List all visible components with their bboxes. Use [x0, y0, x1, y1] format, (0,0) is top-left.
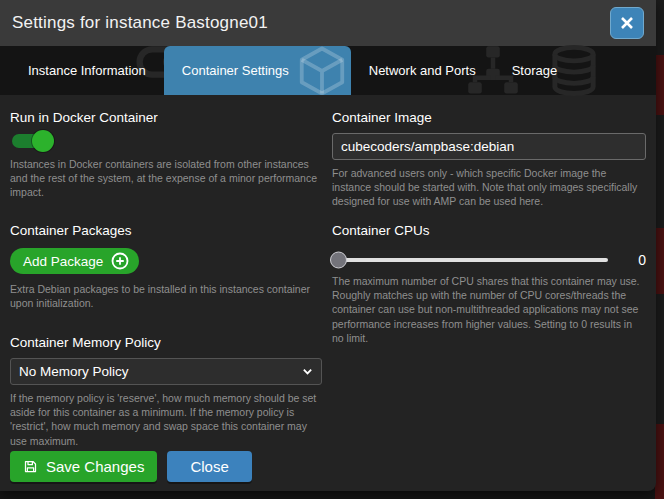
chevron-down-icon: [302, 366, 313, 377]
docker-toggle[interactable]: [12, 134, 50, 148]
field-memory-policy: Container Memory Policy No Memory Policy…: [10, 335, 322, 448]
tab-instance-information[interactable]: Instance Information: [10, 46, 164, 95]
field-description: Extra Debian packages to be installed in…: [10, 282, 322, 310]
backdrop-red-block: [655, 228, 664, 294]
cpu-slider[interactable]: [332, 258, 608, 262]
tab-container-settings[interactable]: Container Settings: [164, 46, 351, 95]
close-icon[interactable]: [610, 7, 644, 39]
field-label: Container Image: [332, 110, 646, 125]
close-button[interactable]: Close: [167, 451, 251, 482]
save-icon: [23, 459, 38, 474]
tab-label: Network and Ports: [369, 63, 476, 78]
empty-cell: [332, 335, 646, 448]
plus-circle-icon: [111, 252, 129, 270]
toggle-knob[interactable]: [32, 130, 54, 152]
field-label: Run in Docker Container: [10, 110, 322, 125]
backdrop-red-block: [655, 55, 664, 115]
field-description: Instances in Docker containers are isola…: [10, 157, 322, 200]
field-description: If the memory policy is 'reserve', how m…: [10, 391, 322, 448]
add-package-label: Add Package: [23, 254, 103, 269]
cpu-slider-value: 0: [612, 252, 646, 268]
tab-storage[interactable]: Storage: [494, 46, 576, 95]
field-label: Container Memory Policy: [10, 335, 322, 350]
cube-icon: [295, 46, 349, 95]
add-package-button[interactable]: Add Package: [10, 248, 139, 274]
tab-label: Instance Information: [28, 63, 146, 78]
tab-label: Container Settings: [182, 63, 289, 78]
backdrop-red-block: [655, 424, 664, 499]
dialog-title: Settings for instance Bastogne01: [12, 13, 610, 33]
dialog-footer: Save Changes Close: [10, 451, 252, 482]
settings-content: Run in Docker Container Instances in Doc…: [0, 95, 656, 448]
settings-tabs: Instance Information Container Settings: [0, 46, 656, 95]
field-container-image: Container Image For advanced users only …: [332, 110, 646, 223]
field-label: Container Packages: [10, 223, 322, 238]
field-description: For advanced users only - which specific…: [332, 166, 646, 209]
settings-dialog: Settings for instance Bastogne01 Instanc…: [0, 0, 656, 491]
save-changes-button[interactable]: Save Changes: [10, 451, 157, 482]
field-label: Container CPUs: [332, 223, 646, 238]
field-container-cpus: Container CPUs 0 The maximum number of C…: [332, 223, 646, 335]
close-button-label: Close: [190, 458, 228, 475]
save-changes-label: Save Changes: [46, 458, 144, 475]
field-run-in-docker: Run in Docker Container Instances in Doc…: [10, 110, 322, 223]
container-image-input[interactable]: [332, 133, 646, 160]
tab-network-and-ports[interactable]: Network and Ports: [351, 46, 494, 95]
field-container-packages: Container Packages Add Package Extra Deb…: [10, 223, 322, 335]
slider-handle[interactable]: [330, 252, 347, 269]
memory-policy-select[interactable]: No Memory Policy: [10, 358, 322, 385]
page-backdrop: [655, 0, 664, 499]
memory-policy-selected: No Memory Policy: [19, 364, 302, 379]
dialog-titlebar: Settings for instance Bastogne01: [0, 0, 656, 46]
tab-label: Storage: [512, 63, 558, 78]
cpu-slider-row: 0: [332, 252, 646, 268]
